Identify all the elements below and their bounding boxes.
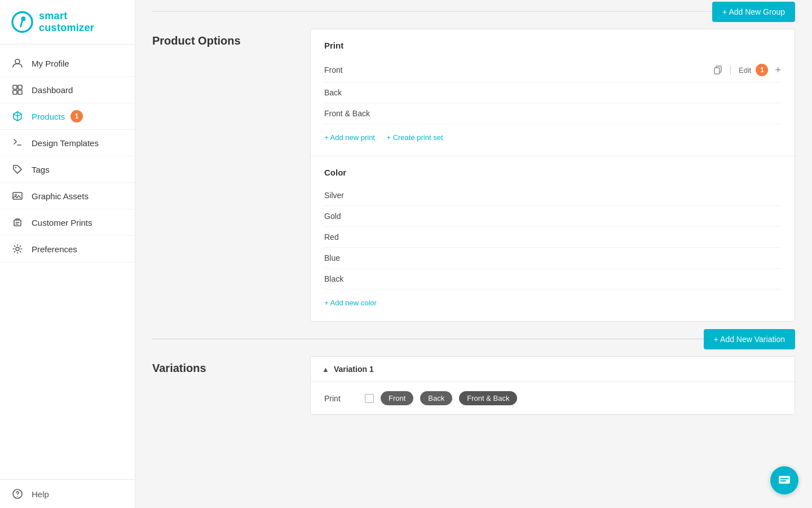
add-new-variation-button[interactable]: + Add New Variation (704, 329, 795, 349)
svg-point-12 (16, 247, 19, 251)
add-color-links-row: + Add new color (324, 292, 781, 308)
variations-section: Variations + Add New Variation ▲ Variati… (152, 356, 795, 415)
sidebar-item-customer-prints[interactable]: Customer Prints (0, 209, 135, 236)
profile-icon (11, 57, 24, 69)
svg-point-8 (15, 167, 16, 168)
option-label-back: Back (324, 88, 342, 97)
option-row-back: Back (324, 82, 781, 103)
back-tag[interactable]: Back (420, 391, 452, 405)
option-row-actions: Edit 1 + (713, 64, 781, 76)
product-options-title: Product Options (152, 34, 310, 47)
product-options-section: Product Options + Add New Group Print Fr… (152, 29, 795, 322)
option-label-front: Front (324, 65, 343, 75)
logo-area: smart customizer (0, 0, 135, 45)
option-label-front-back: Front & Back (324, 109, 370, 118)
sidebar-item-label: Preferences (32, 244, 77, 254)
print-field-label: Print (324, 394, 358, 403)
help-label: Help (32, 489, 49, 499)
svg-point-10 (15, 194, 17, 196)
sidebar-item-graphic-assets[interactable]: Graphic Assets (0, 183, 135, 209)
sidebar: smart customizer My Profile (0, 0, 135, 508)
main-content: Product Options + Add New Group Print Fr… (135, 0, 812, 508)
option-label-silver: Silver (324, 191, 344, 200)
option-row-blue: Blue (324, 248, 781, 269)
sidebar-help: Help (0, 479, 135, 508)
add-links-row: + Add new print + Create print set (324, 126, 781, 142)
variation-1-body: Print Front Back Front & Back (311, 382, 795, 414)
option-row-front-back: Front & Back (324, 103, 781, 124)
sidebar-item-label: Graphic Assets (32, 191, 89, 201)
sidebar-item-dashboard[interactable]: Dashboard (0, 77, 135, 103)
plus-button[interactable]: + (775, 64, 781, 76)
option-row-red: Red (324, 227, 781, 248)
color-group-title: Color (324, 168, 781, 177)
front-tag[interactable]: Front (381, 391, 413, 405)
copy-icon[interactable] (713, 65, 722, 75)
create-print-set-link[interactable]: + Create print set (386, 133, 443, 142)
design-templates-icon (11, 137, 24, 149)
option-row-silver: Silver (324, 185, 781, 206)
option-label-gold: Gold (324, 212, 341, 221)
section-divider (152, 339, 795, 339)
svg-line-2 (21, 21, 23, 27)
product-options-content: Print Front (310, 29, 795, 322)
svg-point-14 (17, 496, 18, 497)
svg-rect-6 (13, 90, 17, 94)
edit-button[interactable]: Edit (739, 66, 751, 75)
option-label-blue: Blue (324, 253, 340, 262)
sidebar-item-label: Tags (32, 165, 50, 174)
variations-content: ▲ Variation 1 Print Front Back Front & B… (310, 356, 795, 415)
svg-rect-5 (18, 85, 22, 89)
variation-1-header[interactable]: ▲ Variation 1 (311, 357, 795, 382)
sidebar-nav: My Profile Dashboard Produ (0, 45, 135, 479)
customer-prints-icon (11, 216, 24, 229)
help-item[interactable]: Help (11, 488, 123, 500)
add-badge[interactable]: 1 (756, 64, 768, 76)
svg-point-3 (15, 59, 20, 64)
graphic-assets-icon (11, 190, 24, 202)
option-row-gold: Gold (324, 206, 781, 227)
sidebar-item-label: My Profile (32, 59, 69, 68)
chevron-up-icon: ▲ (322, 365, 329, 374)
sidebar-item-label: Products (32, 112, 65, 121)
variation-print-row: Print Front Back Front & Back (324, 391, 781, 405)
help-icon (11, 488, 24, 500)
sidebar-item-my-profile[interactable]: My Profile (0, 50, 135, 77)
products-icon (11, 110, 24, 122)
tags-icon (11, 163, 24, 176)
print-group-title: Print (324, 41, 781, 50)
add-new-color-link[interactable]: + Add new color (324, 299, 377, 307)
color-option-group: Color Silver Gold Red Blue (311, 156, 795, 321)
divider (730, 65, 731, 75)
logo-icon (11, 11, 33, 33)
sidebar-item-preferences[interactable]: Preferences (0, 236, 135, 262)
option-label-black: Black (324, 274, 343, 283)
variations-title-col: Variations (152, 356, 310, 415)
svg-rect-17 (779, 476, 790, 484)
add-new-group-button[interactable]: + Add New Group (712, 2, 795, 22)
chat-button[interactable] (770, 466, 798, 494)
sidebar-item-tags[interactable]: Tags (0, 156, 135, 183)
svg-rect-4 (13, 85, 17, 89)
svg-rect-7 (18, 90, 22, 94)
add-new-print-link[interactable]: + Add new print (324, 133, 375, 142)
sidebar-item-products[interactable]: Products 1 (0, 103, 135, 130)
print-option-group: Print Front (311, 29, 795, 156)
dashboard-icon (11, 84, 24, 96)
sidebar-item-label: Dashboard (32, 85, 73, 95)
option-label-red: Red (324, 233, 339, 242)
option-row-black: Black (324, 269, 781, 290)
section-title-col: Product Options (152, 29, 310, 322)
sidebar-item-design-templates[interactable]: Design Templates (0, 130, 135, 156)
preferences-icon (11, 243, 24, 255)
front-back-tag[interactable]: Front & Back (459, 391, 517, 405)
sidebar-item-label: Design Templates (32, 138, 99, 148)
print-checkbox[interactable] (365, 394, 374, 403)
option-row-front: Front Edit 1 (324, 58, 781, 82)
variation-1-label: Variation 1 (334, 365, 374, 374)
logo-text: smart customizer (39, 10, 123, 34)
svg-rect-11 (14, 220, 21, 226)
variations-title: Variations (152, 362, 310, 375)
svg-rect-16 (714, 68, 720, 74)
top-divider (152, 11, 795, 12)
